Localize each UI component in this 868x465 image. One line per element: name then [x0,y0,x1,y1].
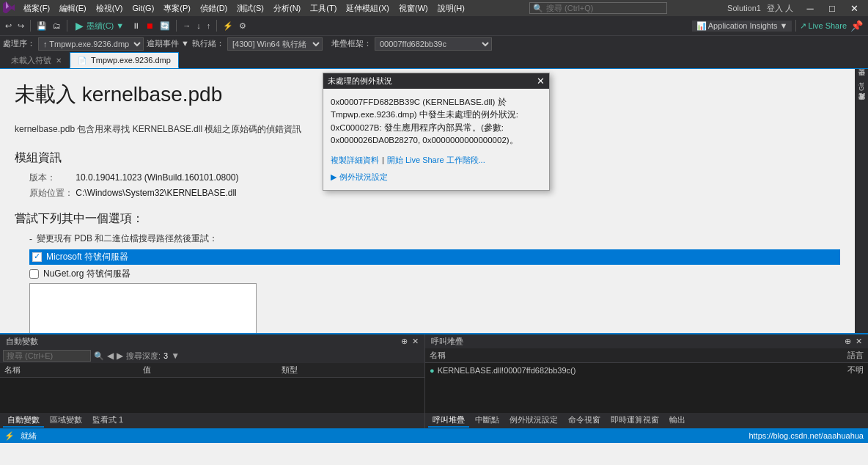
checkbox-nuget-input[interactable] [29,269,39,279]
application-insights-button[interactable]: 📊 Application Insights ▼ [692,21,792,32]
menu-debug[interactable]: 偵錯(D) [196,1,232,15]
tab-immediate[interactable]: 即時運算視窗 [606,414,663,428]
menu-view[interactable]: 檢視(V) [92,1,128,15]
pin-button[interactable]: 📌 [848,19,865,32]
panel1-controls: ⊕ ✕ [401,337,419,346]
path-list-box [29,283,257,333]
tab-output[interactable]: 輸出 [665,414,690,428]
menu-extensions[interactable]: 延伸模組(X) [342,1,394,15]
panel1-nav-fwd[interactable]: ▶ [117,351,123,361]
toolbar-extra2[interactable]: ⚙ [237,21,249,32]
tab-command-window[interactable]: 命令視窗 [564,414,605,428]
user-login[interactable]: 登入 人 [767,3,793,14]
checkbox-microsoft-symbols[interactable]: Microsoft 符號伺服器 [29,249,840,265]
title-bar-left: 檔案(F) 編輯(E) 檢視(V) Git(G) 專案(P) 偵錯(D) 測試(… [3,1,469,15]
depth-dropdown-icon[interactable]: ▼ [171,351,180,361]
toolbar-restart[interactable]: 🔄 [158,21,172,32]
menu-git[interactable]: Git(G) [128,2,158,14]
restore-button[interactable]: □ [821,0,843,16]
toolbar-saveall[interactable]: 🗂 [51,21,63,31]
dialog-body-text: 0x00007FFD682BB39C (KERNELBASE.dll) 於 Tm… [331,98,518,144]
toolbar-undo[interactable]: ↩ [3,21,14,32]
insights-icon: 📊 [696,21,707,31]
call-stack-body: 名稱 語言 ● KERNELBASE.dll!00007ffd682bb39c(… [425,348,868,413]
run-label: 墨續(C) ▼ [87,21,124,32]
panel2-pin-icon[interactable]: ⊕ [845,337,851,346]
toolbar-extra1[interactable]: ⚡ [221,21,235,32]
menu-window[interactable]: 視窗(W) [394,1,433,15]
panel2-controls: ⊕ ✕ [845,337,862,346]
rail-git-changes[interactable]: Git 變更 [856,76,868,95]
toolbar-step-out[interactable]: ↑ [205,21,213,31]
process-select[interactable]: ↑ Tmpwp.exe.9236.dmp [38,37,144,51]
toolbar-save[interactable]: 💾 [34,21,49,32]
chevron-right-icon: ▶ [331,171,336,183]
toolbar-step-over[interactable]: → [180,21,193,31]
panel1-nav-back[interactable]: ◀ [107,351,114,361]
checkbox-list: Microsoft 符號伺服器 NuGet.org 符號伺服器 [29,249,840,280]
minimize-button[interactable]: ─ [799,0,821,16]
call-stack-row-1[interactable]: ● KERNELBASE.dll!00007ffd682bb39c() 不明 [425,363,868,377]
tab-auto-variables[interactable]: 自動變數 [3,414,44,428]
thread-select[interactable]: [4300] Win64 執行緒 [227,37,323,51]
toolbar-stop[interactable]: ⏹ [144,21,156,31]
option1-text: - 變更現有 PDB 和二進位檔搜尋路徑然後重試： [29,232,840,245]
status-bar-left: ⚡ 就緒 [4,431,37,442]
live-share-button[interactable]: ↗ Live Share [800,21,847,31]
menu-project[interactable]: 專案(P) [159,1,195,15]
window-controls: ─ □ ✕ [799,0,865,16]
toolbar-redo[interactable]: ↪ [15,21,26,32]
menu-tools[interactable]: 工具(T) [306,1,341,15]
copy-details-link[interactable]: 複製詳細資料 [331,154,379,166]
exception-settings-expand[interactable]: ▶ 例外狀況設定 [331,171,542,183]
toolbar-pause[interactable]: ⏸ [130,21,142,31]
tab-call-stack[interactable]: 呼叫堆疊 [428,414,469,428]
tab-symbols-close[interactable]: ✕ [56,56,62,65]
auto-variables-search[interactable] [3,350,91,362]
menu-test[interactable]: 測試(S) [232,1,268,15]
menu-edit[interactable]: 編輯(E) [55,1,91,15]
auto-variables-header: 名稱 值 類型 [0,363,424,378]
process-toolbar: 處理序： ↑ Tmpwp.exe.9236.dmp 逾期事件 ▼ 執行緒： [4… [0,35,868,51]
run-button[interactable]: ▶ 墨續(C) ▼ [71,19,128,32]
tab-symbols[interactable]: 未載入符號 ✕ [3,52,70,68]
tab-breakpoints[interactable]: 中斷點 [471,414,504,428]
panel1-close-icon[interactable]: ✕ [412,337,419,346]
menu-file[interactable]: 檔案(F) [19,1,54,15]
tab-exception-settings[interactable]: 例外狀況設定 [505,414,562,428]
live-share-label: Live Share [808,21,847,30]
search-input[interactable] [546,4,663,12]
event-label: 逾期事件 ▼ [147,38,189,49]
toolbar-sep3 [176,20,177,32]
panel1-pin-icon[interactable]: ⊕ [401,337,408,346]
panel1-toolbar: 🔍 ◀ ▶ 搜尋深度: 3 ▼ [0,348,424,363]
solution-name: Solution1 [727,4,761,12]
checkbox-microsoft-input[interactable] [32,252,42,262]
title-bar: 檔案(F) 編輯(E) 檢視(V) Git(G) 專案(P) 偵錯(D) 測試(… [0,0,868,16]
exception-dialog: 未處理的例外狀況 ✕ 0x00007FFD682BB39C (KERNELBAS… [323,73,550,191]
menu-help[interactable]: 說明(H) [433,1,469,15]
process-label: 處理序： [3,38,35,49]
tab-dmp-icon: 📄 [78,56,87,65]
dialog-close-button[interactable]: ✕ [537,76,545,87]
tab-dmp-label: Tmpwp.exe.9236.dmp [91,56,171,65]
menu-analyze[interactable]: 分析(N) [269,1,305,15]
bottom-area: 自動變數 ⊕ ✕ 🔍 ◀ ▶ 搜尋深度: 3 ▼ 名稱 值 類型 自動變數 區域… [0,333,868,428]
panel2-close-icon[interactable]: ✕ [856,337,862,346]
blog-link[interactable]: https://blog.csdn.net/aaahuahua [749,431,864,440]
close-button[interactable]: ✕ [843,0,865,16]
checkbox-microsoft-label: Microsoft 符號伺服器 [46,251,128,263]
rail-solution-explorer[interactable]: 方案總管 [856,101,868,110]
tab-dmp[interactable]: 📄 Tmpwp.exe.9236.dmp [70,52,179,68]
search-icon: 🔍 [533,4,543,13]
tab-local-variables[interactable]: 區域變數 [45,414,87,428]
tab-watch1[interactable]: 監看式 1 [88,414,128,428]
dialog-title-bar: 未處理的例外狀況 ✕ [323,73,549,89]
frame-select[interactable]: 00007ffd682bb39c [375,37,492,51]
tab-bar: 未載入符號 ✕ 📄 Tmpwp.exe.9236.dmp [0,51,868,69]
title-search-box[interactable]: 🔍 [529,2,667,14]
live-share-session-link[interactable]: 開始 Live Share 工作階段... [387,154,485,166]
checkbox-nuget-symbols[interactable]: NuGet.org 符號伺服器 [29,268,840,280]
toolbar-step-into[interactable]: ↓ [194,21,203,31]
toolbar-sep2 [67,20,67,32]
